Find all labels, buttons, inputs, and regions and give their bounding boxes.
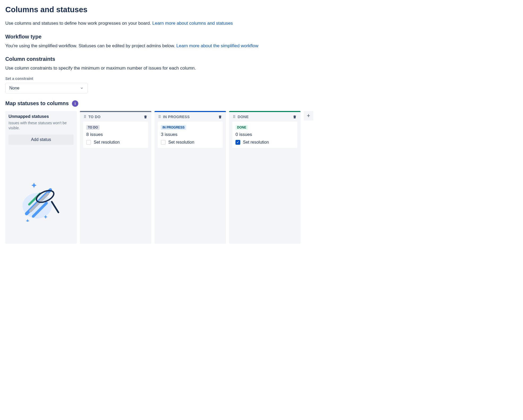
info-icon[interactable]: i — [72, 100, 78, 107]
learn-more-workflow-link[interactable]: Learn more about the simplified workflow — [176, 43, 258, 48]
column-title[interactable]: TO DO — [88, 115, 101, 119]
add-column-button[interactable]: + — [304, 111, 313, 121]
column-constraints-heading: Column constraints — [5, 56, 329, 62]
set-resolution-label: Set resolution — [94, 140, 120, 145]
column-header: ⠿ IN PROGRESS — [155, 112, 226, 122]
issue-count: 8 issues — [86, 132, 145, 137]
unmapped-title: Unmapped statuses — [8, 114, 74, 119]
drag-handle-icon[interactable]: ⠿ — [158, 115, 160, 119]
status-card[interactable]: DONE 0 issues Set resolution — [232, 122, 297, 148]
plus-icon: + — [307, 112, 310, 119]
add-status-button[interactable]: Add status — [8, 135, 74, 145]
page-intro-text: Use columns and statuses to define how w… — [5, 21, 152, 26]
svg-line-2 — [52, 202, 58, 212]
column-constraints-desc: Use column constraints to specify the mi… — [5, 65, 329, 72]
issue-count: 0 issues — [235, 132, 294, 137]
trash-icon[interactable] — [143, 115, 148, 119]
status-lozenge: IN PROGRESS — [161, 125, 186, 130]
constraint-select-value: None — [9, 86, 19, 91]
column-todo: ⠿ TO DO TO DO 8 issues Set resolution — [80, 111, 151, 244]
learn-more-columns-link[interactable]: Learn more about columns and statuses — [152, 21, 233, 26]
column-header: ⠿ DONE — [229, 112, 301, 122]
column-title[interactable]: DONE — [238, 115, 249, 119]
workflow-type-desc: You're using the simplified workflow. St… — [5, 42, 329, 49]
workflow-type-heading: Workflow type — [5, 34, 329, 40]
trash-icon[interactable] — [218, 115, 222, 119]
status-lozenge: DONE — [235, 125, 248, 130]
trash-icon[interactable] — [293, 115, 297, 119]
status-lozenge: TO DO — [86, 125, 100, 130]
drag-handle-icon[interactable]: ⠿ — [233, 115, 235, 119]
set-resolution-checkbox[interactable] — [86, 140, 91, 145]
unmapped-column: Unmapped statuses Issues with these stat… — [5, 111, 77, 244]
map-statuses-heading: Map statuses to columns — [5, 100, 69, 106]
set-resolution-label: Set resolution — [168, 140, 194, 145]
column-inprogress: ⠿ IN PROGRESS IN PROGRESS 3 issues Set r… — [155, 111, 226, 244]
columns-container: Unmapped statuses Issues with these stat… — [5, 111, 329, 244]
empty-illustration — [8, 177, 74, 222]
set-resolution-checkbox[interactable] — [161, 140, 166, 145]
column-header: ⠿ TO DO — [80, 112, 151, 122]
column-done: ⠿ DONE DONE 0 issues Set resolution — [229, 111, 301, 244]
issue-count: 3 issues — [161, 132, 220, 137]
constraint-select[interactable]: None — [5, 83, 88, 93]
chevron-down-icon — [80, 86, 84, 90]
column-title[interactable]: IN PROGRESS — [163, 115, 190, 119]
map-statuses-heading-row: Map statuses to columns i — [5, 100, 329, 107]
constraint-select-label: Set a constraint — [5, 76, 329, 81]
status-card[interactable]: IN PROGRESS 3 issues Set resolution — [158, 122, 223, 148]
unmapped-desc: Issues with these statuses won't be visi… — [8, 121, 74, 131]
page-intro: Use columns and statuses to define how w… — [5, 20, 329, 27]
workflow-type-text: You're using the simplified workflow. St… — [5, 43, 176, 48]
page-title: Columns and statuses — [5, 5, 329, 14]
set-resolution-checkbox[interactable] — [235, 140, 240, 145]
drag-handle-icon[interactable]: ⠿ — [84, 115, 86, 119]
status-card[interactable]: TO DO 8 issues Set resolution — [83, 122, 148, 148]
set-resolution-label: Set resolution — [243, 140, 269, 145]
